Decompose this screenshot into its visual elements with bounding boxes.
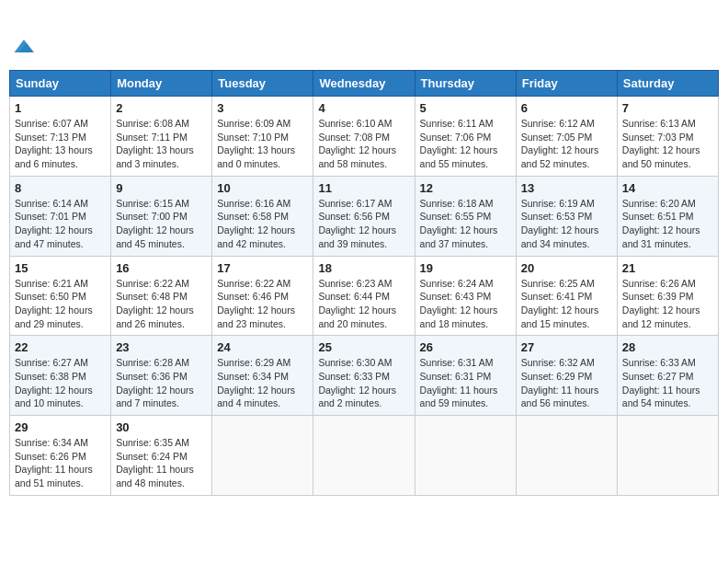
day-cell: 18Sunrise: 6:23 AM Sunset: 6:44 PM Dayli…: [313, 256, 415, 336]
day-cell: 11Sunrise: 6:17 AM Sunset: 6:56 PM Dayli…: [313, 176, 415, 256]
day-cell: 19Sunrise: 6:24 AM Sunset: 6:43 PM Dayli…: [415, 256, 516, 336]
day-info: Sunrise: 6:16 AM Sunset: 6:58 PM Dayligh…: [217, 197, 308, 251]
weekday-header-row: SundayMondayTuesdayWednesdayThursdayFrid…: [10, 71, 719, 97]
day-info: Sunrise: 6:12 AM Sunset: 7:05 PM Dayligh…: [521, 117, 612, 171]
day-cell: 16Sunrise: 6:22 AM Sunset: 6:48 PM Dayli…: [111, 256, 212, 336]
empty-day-cell: [516, 416, 617, 496]
day-number: 27: [521, 340, 612, 354]
day-cell: 7Sunrise: 6:13 AM Sunset: 7:03 PM Daylig…: [617, 97, 718, 177]
day-number: 1: [15, 101, 106, 115]
day-number: 14: [622, 181, 713, 195]
logo: [9, 13, 37, 63]
day-number: 28: [622, 340, 713, 354]
day-info: Sunrise: 6:32 AM Sunset: 6:29 PM Dayligh…: [521, 356, 612, 410]
day-number: 18: [318, 261, 409, 275]
empty-day-cell: [415, 416, 516, 496]
logo-icon: [11, 33, 37, 59]
day-info: Sunrise: 6:17 AM Sunset: 6:56 PM Dayligh…: [318, 197, 409, 251]
day-info: Sunrise: 6:35 AM Sunset: 6:24 PM Dayligh…: [116, 436, 207, 490]
empty-day-cell: [313, 416, 415, 496]
day-info: Sunrise: 6:22 AM Sunset: 6:48 PM Dayligh…: [116, 277, 207, 331]
day-cell: 6Sunrise: 6:12 AM Sunset: 7:05 PM Daylig…: [516, 97, 617, 177]
day-cell: 24Sunrise: 6:29 AM Sunset: 6:34 PM Dayli…: [212, 336, 313, 416]
day-cell: 5Sunrise: 6:11 AM Sunset: 7:06 PM Daylig…: [415, 97, 516, 177]
day-cell: 27Sunrise: 6:32 AM Sunset: 6:29 PM Dayli…: [516, 336, 617, 416]
day-cell: 29Sunrise: 6:34 AM Sunset: 6:26 PM Dayli…: [10, 416, 111, 496]
weekday-header-cell: Friday: [516, 71, 617, 97]
day-number: 15: [15, 261, 106, 275]
day-info: Sunrise: 6:11 AM Sunset: 7:06 PM Dayligh…: [420, 117, 511, 171]
weekday-header-cell: Wednesday: [313, 71, 415, 97]
day-cell: 22Sunrise: 6:27 AM Sunset: 6:38 PM Dayli…: [10, 336, 111, 416]
day-info: Sunrise: 6:15 AM Sunset: 7:00 PM Dayligh…: [116, 197, 207, 251]
day-info: Sunrise: 6:33 AM Sunset: 6:27 PM Dayligh…: [622, 356, 713, 410]
day-number: 22: [15, 340, 106, 354]
day-number: 19: [420, 261, 511, 275]
day-info: Sunrise: 6:18 AM Sunset: 6:55 PM Dayligh…: [420, 197, 511, 251]
day-info: Sunrise: 6:10 AM Sunset: 7:08 PM Dayligh…: [318, 117, 409, 171]
day-info: Sunrise: 6:25 AM Sunset: 6:41 PM Dayligh…: [521, 277, 612, 331]
empty-day-cell: [212, 416, 313, 496]
day-cell: 28Sunrise: 6:33 AM Sunset: 6:27 PM Dayli…: [617, 336, 718, 416]
day-number: 30: [116, 420, 207, 434]
day-number: 23: [116, 340, 207, 354]
day-number: 21: [622, 261, 713, 275]
day-info: Sunrise: 6:13 AM Sunset: 7:03 PM Dayligh…: [622, 117, 713, 171]
day-info: Sunrise: 6:07 AM Sunset: 7:13 PM Dayligh…: [15, 117, 106, 171]
day-cell: 14Sunrise: 6:20 AM Sunset: 6:51 PM Dayli…: [617, 176, 718, 256]
day-info: Sunrise: 6:23 AM Sunset: 6:44 PM Dayligh…: [318, 277, 409, 331]
day-info: Sunrise: 6:30 AM Sunset: 6:33 PM Dayligh…: [318, 356, 409, 410]
day-number: 13: [521, 181, 612, 195]
day-info: Sunrise: 6:24 AM Sunset: 6:43 PM Dayligh…: [420, 277, 511, 331]
day-number: 8: [15, 181, 106, 195]
day-number: 25: [318, 340, 409, 354]
day-cell: 10Sunrise: 6:16 AM Sunset: 6:58 PM Dayli…: [212, 176, 313, 256]
calendar-week-row: 22Sunrise: 6:27 AM Sunset: 6:38 PM Dayli…: [10, 336, 719, 416]
day-number: 7: [622, 101, 713, 115]
calendar-week-row: 1Sunrise: 6:07 AM Sunset: 7:13 PM Daylig…: [10, 97, 719, 177]
day-info: Sunrise: 6:21 AM Sunset: 6:50 PM Dayligh…: [15, 277, 106, 331]
day-cell: 1Sunrise: 6:07 AM Sunset: 7:13 PM Daylig…: [10, 97, 111, 177]
day-number: 9: [116, 181, 207, 195]
day-number: 4: [318, 101, 409, 115]
day-cell: 23Sunrise: 6:28 AM Sunset: 6:36 PM Dayli…: [111, 336, 212, 416]
day-info: Sunrise: 6:20 AM Sunset: 6:51 PM Dayligh…: [622, 197, 713, 251]
weekday-header-cell: Monday: [111, 71, 212, 97]
day-info: Sunrise: 6:27 AM Sunset: 6:38 PM Dayligh…: [15, 356, 106, 410]
day-info: Sunrise: 6:14 AM Sunset: 7:01 PM Dayligh…: [15, 197, 106, 251]
day-cell: 9Sunrise: 6:15 AM Sunset: 7:00 PM Daylig…: [111, 176, 212, 256]
empty-day-cell: [617, 416, 718, 496]
day-cell: 3Sunrise: 6:09 AM Sunset: 7:10 PM Daylig…: [212, 97, 313, 177]
day-info: Sunrise: 6:08 AM Sunset: 7:11 PM Dayligh…: [116, 117, 207, 171]
day-cell: 25Sunrise: 6:30 AM Sunset: 6:33 PM Dayli…: [313, 336, 415, 416]
day-info: Sunrise: 6:31 AM Sunset: 6:31 PM Dayligh…: [420, 356, 511, 410]
day-info: Sunrise: 6:26 AM Sunset: 6:39 PM Dayligh…: [622, 277, 713, 331]
day-number: 11: [318, 181, 409, 195]
day-number: 16: [116, 261, 207, 275]
day-info: Sunrise: 6:09 AM Sunset: 7:10 PM Dayligh…: [217, 117, 308, 171]
day-number: 26: [420, 340, 511, 354]
day-number: 29: [15, 420, 106, 434]
day-info: Sunrise: 6:29 AM Sunset: 6:34 PM Dayligh…: [217, 356, 308, 410]
weekday-header-cell: Saturday: [617, 71, 718, 97]
day-number: 10: [217, 181, 308, 195]
day-info: Sunrise: 6:22 AM Sunset: 6:46 PM Dayligh…: [217, 277, 308, 331]
day-cell: 26Sunrise: 6:31 AM Sunset: 6:31 PM Dayli…: [415, 336, 516, 416]
weekday-header-cell: Thursday: [415, 71, 516, 97]
day-info: Sunrise: 6:19 AM Sunset: 6:53 PM Dayligh…: [521, 197, 612, 251]
day-number: 2: [116, 101, 207, 115]
weekday-header-cell: Sunday: [10, 71, 111, 97]
day-cell: 17Sunrise: 6:22 AM Sunset: 6:46 PM Dayli…: [212, 256, 313, 336]
day-cell: 20Sunrise: 6:25 AM Sunset: 6:41 PM Dayli…: [516, 256, 617, 336]
day-cell: 30Sunrise: 6:35 AM Sunset: 6:24 PM Dayli…: [111, 416, 212, 496]
day-number: 20: [521, 261, 612, 275]
day-cell: 21Sunrise: 6:26 AM Sunset: 6:39 PM Dayli…: [617, 256, 718, 336]
day-info: Sunrise: 6:34 AM Sunset: 6:26 PM Dayligh…: [15, 436, 106, 490]
day-cell: 4Sunrise: 6:10 AM Sunset: 7:08 PM Daylig…: [313, 97, 415, 177]
day-cell: 12Sunrise: 6:18 AM Sunset: 6:55 PM Dayli…: [415, 176, 516, 256]
day-cell: 2Sunrise: 6:08 AM Sunset: 7:11 PM Daylig…: [111, 97, 212, 177]
calendar-week-row: 8Sunrise: 6:14 AM Sunset: 7:01 PM Daylig…: [10, 176, 719, 256]
calendar-week-row: 29Sunrise: 6:34 AM Sunset: 6:26 PM Dayli…: [10, 416, 719, 496]
weekday-header-cell: Tuesday: [212, 71, 313, 97]
day-number: 3: [217, 101, 308, 115]
